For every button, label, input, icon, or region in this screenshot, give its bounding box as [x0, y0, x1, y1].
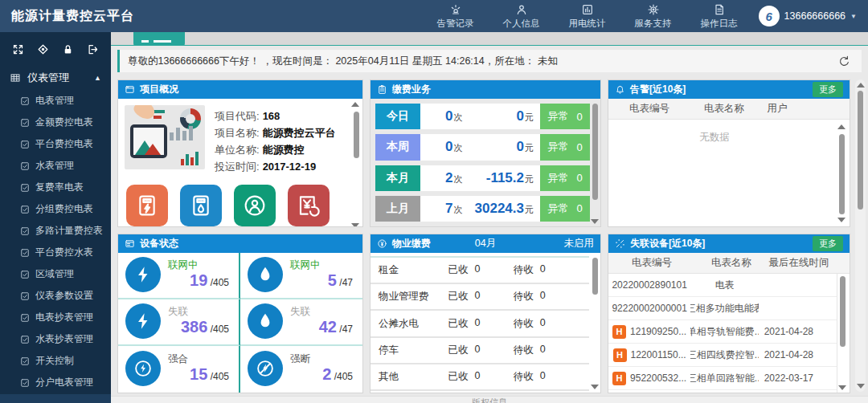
device-grid: 联网中 19 /405 联网中 5 /47 失联 386 /405	[118, 253, 362, 393]
recharge-bill-icon	[296, 193, 321, 218]
sidebar-item-platform-feecontrol-water[interactable]: 平台费控水表	[0, 242, 111, 263]
sidebar-item-region-management[interactable]: 区域管理	[0, 263, 111, 285]
locate-icon[interactable]	[37, 43, 49, 55]
offline-more-button[interactable]: 更多	[813, 236, 843, 251]
device-cell-electric-online: 联网中 19 /405	[118, 253, 240, 299]
field-value: 能源费控	[263, 144, 305, 156]
offline-row[interactable]: 92220002000001 三相多功能电能表	[608, 297, 837, 320]
shortcut-water-meter[interactable]	[180, 185, 222, 226]
scrollbar-thumb[interactable]	[592, 258, 598, 295]
scrollbar-thumb[interactable]	[840, 276, 845, 347]
electricity-stats-icon	[581, 3, 594, 16]
sidebar-item-water-reading[interactable]: 水表抄表管理	[0, 328, 111, 350]
page-scrollbar[interactable]	[855, 79, 866, 392]
lock-icon[interactable]	[62, 43, 74, 55]
sidebar-item-meter-params[interactable]: 仪表参数设置	[0, 285, 111, 307]
pay-count-unit: 次	[453, 112, 462, 122]
app-header: 能源计量费控云平台 告警记录 个人信息 用电统计 服务支持 操作日志 6 136…	[0, 0, 868, 32]
alarm-more-button[interactable]: 更多	[813, 82, 843, 97]
received-value: 0	[474, 290, 480, 303]
sidebar-item-multirate-meter[interactable]: 复费率电表	[0, 177, 111, 198]
meter-no: 92220002000001	[612, 303, 686, 314]
scroll-up-icon[interactable]	[351, 102, 359, 107]
received-label: 已收	[448, 344, 468, 357]
offline-row[interactable]: 20220002890101 电表	[608, 274, 837, 297]
scrollbar-thumb[interactable]	[839, 134, 845, 214]
meter-name: 三相多功能电能表	[690, 302, 759, 315]
abnormal-badge: 异常0	[540, 104, 590, 129]
nav-electricity-stats[interactable]: 用电统计	[569, 3, 606, 30]
offline-row[interactable]: H122001150... 三相四线费控智... 2021-04-28	[608, 344, 837, 367]
sidebar-item-platform-feecontrol-meter[interactable]: 平台费控电表	[0, 133, 111, 155]
period-label: 本周	[375, 134, 420, 160]
offline-row[interactable]: H121909250... 单相导轨智能费... 2021-04-28	[608, 320, 837, 344]
payment-row-month: 本月 2次-115.2元 异常0	[375, 165, 590, 191]
panel-alarm-header: 告警[近10条] 更多	[608, 80, 850, 99]
offline-row[interactable]: H952200532... 三相单回路智能... 2022-03-17	[608, 367, 837, 390]
fullscreen-icon[interactable]	[12, 43, 24, 55]
last-online: 2022-03-17	[764, 372, 813, 384]
sidebar-item-group-feecontrol-meter[interactable]: 分组费控电表	[0, 198, 111, 220]
sidebar-item-amount-feecontrol-meter[interactable]: 金额费控电表	[0, 112, 111, 133]
fee-name: 公摊水电	[379, 317, 448, 331]
nav-operation-log[interactable]: 操作日志	[701, 3, 738, 30]
field-label: 单位名称:	[215, 144, 260, 156]
shortcut-recharge-record[interactable]	[288, 185, 330, 226]
page-scrollbar-thumb[interactable]	[858, 91, 863, 210]
nav-profile[interactable]: 个人信息	[503, 3, 540, 30]
field-value: 168	[263, 110, 280, 122]
dashboard-grid: 项目概况 项目代码:168 项目名称:能源费控云平台	[117, 79, 850, 393]
scroll-down-icon[interactable]	[351, 223, 359, 227]
sidebar-group-meter-management[interactable]: 仪表管理 ▲	[0, 66, 111, 90]
refresh-button[interactable]	[833, 51, 855, 71]
fee-name: 停车	[379, 344, 448, 357]
panel-payment-business: 缴费业务 今日 0次0元 异常0 本周 0次0元 异常0 本月	[370, 79, 601, 227]
scroll-down-icon[interactable]	[591, 385, 599, 389]
tab-home[interactable]	[133, 32, 185, 46]
user-menu[interactable]: 6 13666666666 ▼	[759, 6, 857, 26]
nav-alarm-record[interactable]: 告警记录	[437, 3, 474, 30]
checkbox-icon	[20, 205, 30, 214]
device-total: /405	[211, 324, 229, 335]
scroll-down-icon[interactable]	[837, 218, 845, 222]
sidebar-item-switch-control[interactable]: 开关控制	[0, 350, 111, 372]
project-shortcuts	[125, 185, 348, 226]
sidebar-bottom-strip	[0, 394, 111, 403]
sidebar-item-electric-meter[interactable]: 电表管理	[0, 90, 111, 112]
scroll-down-icon[interactable]	[838, 385, 846, 390]
logout-icon[interactable]	[87, 43, 99, 55]
received-value: 0	[474, 263, 480, 277]
device-value: 2	[322, 365, 331, 383]
device-cell-water-offline: 失联 42 /47	[240, 299, 362, 346]
abnormal-badge: 异常0	[540, 196, 590, 222]
abnormal-count: 0	[576, 202, 582, 214]
broken-link-icon	[615, 238, 625, 249]
user-icon	[242, 193, 268, 218]
pay-amount-unit: 元	[525, 205, 534, 214]
bell-icon	[615, 84, 625, 95]
scrollbar-thumb[interactable]	[592, 104, 598, 200]
abnormal-count: 0	[576, 111, 582, 123]
scrollbar-thumb[interactable]	[354, 112, 359, 158]
sidebar-item-household-meter[interactable]: 分户电表管理	[0, 372, 111, 393]
property-row-parking: 停车 已收0 待收0	[371, 338, 589, 364]
scroll-down-icon[interactable]	[591, 219, 599, 224]
sidebar-item-multichannel-meter[interactable]: 多路计量费控表	[0, 220, 111, 242]
sidebar-item-electric-reading[interactable]: 电表抄表管理	[0, 307, 111, 328]
sidebar-item-water-meter[interactable]: 水表管理	[0, 155, 111, 177]
nav-label: 用电统计	[569, 18, 606, 30]
pay-amount: 30224.3	[475, 201, 524, 216]
nav-service-support[interactable]: 服务支持	[635, 3, 672, 30]
pay-amount-unit: 元	[525, 143, 534, 153]
checkbox-icon	[20, 378, 30, 388]
shortcut-user-account[interactable]	[234, 185, 276, 226]
scroll-up-icon[interactable]	[857, 83, 865, 88]
scroll-up-icon[interactable]	[837, 124, 845, 129]
shortcut-electric-meter[interactable]	[126, 185, 168, 226]
window-icon	[125, 84, 135, 95]
pay-amount: 0	[517, 139, 524, 154]
scroll-down-icon[interactable]	[857, 384, 865, 389]
column-header: 电表编号	[608, 256, 695, 270]
sidebar-item-label: 电表抄表管理	[35, 311, 93, 324]
device-status-label: 强断	[290, 353, 310, 364]
